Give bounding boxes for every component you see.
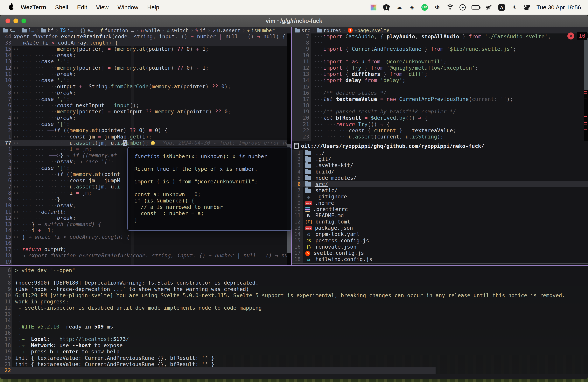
rrow-line[interactable]: 21··· ···return Try(() ⇒ { — [292, 121, 583, 127]
fold-chevron-icon[interactable]: ›› — [13, 234, 19, 240]
breadcrumb-item[interactable]: src — [295, 28, 310, 33]
lrow-line[interactable]: 19 — [0, 259, 291, 265]
command-line[interactable] — [0, 374, 588, 379]
oil-entry[interactable]: 9npm.npmrc — [292, 200, 588, 206]
rrow-line[interactable]: 19···/** parsed result by brainf**k comp… — [292, 108, 583, 115]
trow-line[interactable]: 14 . — [0, 318, 588, 324]
play-status-icon[interactable]: ▶ — [460, 4, 466, 11]
breadcrumb-item[interactable]: %if — [195, 28, 206, 33]
input-status-icon[interactable]: A — [498, 4, 505, 11]
oil-entry[interactable]: 6src/ — [292, 181, 588, 187]
lrow-line[interactable]: 77››··· ··· ··· ···u.assert(jm, u.isNumb… — [0, 140, 291, 146]
rrow-line[interactable]: 10··· — [292, 52, 583, 59]
rrow-line[interactable]: 22··· ··· ···const { current } = textare… — [292, 127, 583, 134]
rrow-line[interactable]: 17···let textareaValue = new CurrentAndP… — [292, 96, 583, 102]
breadcrumb-item[interactable]: bf — [41, 28, 53, 33]
trow-line[interactable]: 16 . — [0, 330, 588, 336]
oil-entry[interactable]: 4build/ — [292, 169, 588, 175]
fold-chevron-icon[interactable]: ›› — [13, 190, 19, 196]
rrow-line[interactable]: 9···import { CurrentAndPreviousRune } fr… — [292, 46, 583, 52]
oil-entry[interactable]: 3.svelte-kit/ — [292, 162, 588, 169]
fold-chevron-icon[interactable]: ›› — [13, 108, 19, 115]
rrow-line[interactable]: 16···/** define states */ — [292, 90, 583, 96]
fold-chevron-icon[interactable]: ›› — [13, 184, 19, 190]
fold-chevron-icon[interactable]: ›› — [13, 202, 19, 209]
breadcrumb-item[interactable]: routes — [317, 28, 341, 33]
rrow-line[interactable]: 12···import { Try } from '@qnighy/metafl… — [292, 65, 583, 71]
title-bar[interactable]: vim ~/g/g/r/neko-fuck — [0, 15, 588, 27]
fold-chevron-icon[interactable]: ›› — [13, 77, 19, 84]
menu-item-view[interactable]: View — [92, 4, 113, 11]
lrow-line[interactable]: 16 — [0, 240, 291, 246]
fold-chevron-icon[interactable]: ›› — [13, 209, 19, 215]
rrow-line[interactable]: 18··· — [292, 102, 583, 108]
right-editor-pane[interactable]: src›routes›S+page.svelte 7···import Cats… — [292, 27, 588, 265]
toggles-status-icon[interactable] — [524, 4, 531, 11]
fold-chevron-icon[interactable]: ›› — [13, 227, 19, 233]
lrow-line[interactable]: 8››··· ··· ···break; — [0, 90, 291, 96]
breadcrumb-item[interactable]: ⇄switch — [167, 28, 189, 33]
right-scrollbar-thumb[interactable] — [584, 38, 588, 90]
apple-logo-icon[interactable] — [9, 5, 14, 10]
oil-entry[interactable]: 15JSpostcss.config.js — [292, 237, 588, 244]
rrow-line[interactable]: 11···import * as u from '@core/unknownut… — [292, 59, 583, 65]
lrow-line[interactable]: 1››··· ··· ··· ···const jm = jumpMap.get… — [0, 134, 291, 140]
fold-chevron-icon[interactable]: ›› — [13, 52, 19, 58]
breadcrumb-item[interactable]: ↗u.assert — [212, 27, 241, 33]
pane-split-horizontal[interactable] — [0, 265, 588, 266]
oil-entry[interactable]: 1../ — [292, 150, 588, 156]
lrow-line[interactable]: 11››··· ··· ···break; — [0, 71, 291, 77]
oil-entry[interactable]: 5node_modules/ — [292, 175, 588, 181]
wifi-status-icon[interactable] — [447, 4, 454, 11]
trow-line[interactable]: 17 .→ Local: http://localhost:5173/ — [0, 336, 588, 342]
fold-chevron-icon[interactable]: ›› — [13, 115, 19, 121]
fold-chevron-icon[interactable]: ›› — [13, 140, 19, 146]
fold-chevron-icon[interactable]: ›› — [13, 246, 19, 253]
lrow-line[interactable]: 2››··· ··· ──if ((memory.at(pointer) ?? … — [0, 127, 291, 133]
line-status-icon[interactable]: LINE — [421, 4, 428, 11]
ctxrow-line[interactable]: 33 while (i < codeArray.length) { — [0, 40, 291, 46]
ctxrow-line[interactable]: 44xport function executeBrainfuck(code: … — [0, 33, 291, 40]
lrow-line[interactable]: 4››··· ··· ···break; — [0, 115, 291, 121]
breadcrumb-item[interactable]: ƒfunction … — [100, 27, 134, 33]
rrow-line[interactable]: 13···import { diffChars } from 'diff'; — [292, 71, 583, 77]
fold-chevron-icon[interactable]: ›› — [13, 221, 19, 227]
palette-status-icon[interactable] — [370, 4, 377, 11]
fold-chevron-icon[interactable]: ›› — [13, 127, 19, 133]
fold-chevron-icon[interactable]: ›› — [13, 90, 19, 96]
fold-chevron-icon[interactable]: ›› — [13, 171, 19, 177]
fold-chevron-icon[interactable]: ›› — [13, 159, 19, 165]
trow-line[interactable]: 19 .→ press h + enter to show help — [0, 349, 588, 355]
lrow-line[interactable]: 10››··· ··case '.': — [0, 77, 291, 84]
fold-chevron-icon[interactable]: ›› — [13, 46, 19, 52]
sun-status-icon[interactable]: ☀ — [511, 4, 518, 11]
shield-status-icon[interactable]: ❯ — [383, 4, 390, 11]
oil-entry[interactable]: 7static/ — [292, 187, 588, 193]
oil-entry[interactable]: 17Ssvelte.config.js — [292, 250, 588, 256]
oil-entry[interactable]: 12[T]bunfig.toml — [292, 219, 588, 225]
trow-line[interactable]: 15 .VITE v5.2.10 ready in 509 ms — [0, 324, 588, 330]
oil-entry[interactable]: 8◆.gitignore — [292, 193, 588, 200]
fold-chevron-icon[interactable]: ›› — [13, 146, 19, 152]
breadcrumb-item[interactable]: s… — [3, 28, 15, 33]
close-window-button[interactable] — [5, 19, 10, 23]
lrow-line[interactable]: 18→ export function executeBrainfuck(cod… — [0, 253, 291, 259]
zoom-window-button[interactable] — [21, 19, 26, 23]
activity-status-icon[interactable]: Φ — [434, 4, 441, 11]
menu-item-edit[interactable]: Edit — [73, 4, 92, 11]
lrow-line[interactable]: 17››return output; — [0, 246, 291, 253]
fold-chevron-icon[interactable]: ›› — [13, 121, 19, 127]
right-scrollbar[interactable] — [584, 33, 588, 141]
oil-entry[interactable]: 2.git/ — [292, 156, 588, 162]
trow-line[interactable]: 20init { textareaValue: CurrentAndPrevio… — [0, 355, 588, 361]
fold-chevron-icon[interactable]: ›› — [13, 177, 19, 184]
breadcrumb-item[interactable]: l… — [22, 28, 34, 33]
lrow-line[interactable]: 5››··· ··· ···memory[pointer] = nextInpu… — [0, 108, 291, 115]
lrow-line[interactable]: 14››··· ··· ···break; — [0, 52, 291, 58]
fold-chevron-icon[interactable]: ›› — [13, 196, 19, 202]
trow-line[interactable]: 106:41:20 PM [vite-plugin-svelte] You ar… — [0, 292, 588, 298]
lrow-line[interactable]: 3››··· ··case '[': — [0, 121, 291, 127]
mute-status-icon[interactable] — [485, 4, 493, 11]
rrow-line[interactable]: 20···let bfResult = $derived.by(() ⇒ { — [292, 115, 583, 121]
menu-item-shell[interactable]: Shell — [51, 4, 73, 11]
